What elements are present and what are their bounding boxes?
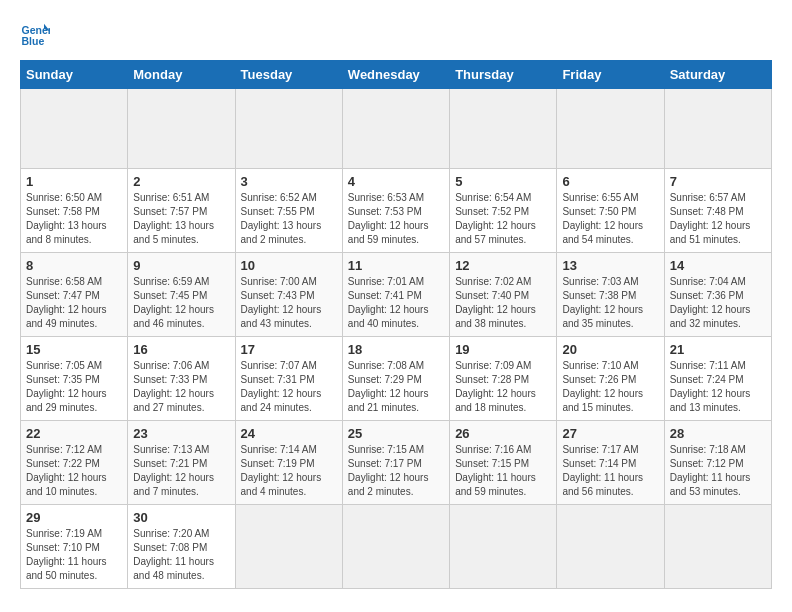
day-info: Sunrise: 7:01 AMSunset: 7:41 PMDaylight:… — [348, 276, 429, 329]
svg-text:Blue: Blue — [22, 35, 45, 47]
day-number: 30 — [133, 510, 229, 525]
day-info: Sunrise: 7:19 AMSunset: 7:10 PMDaylight:… — [26, 528, 107, 581]
header-row: SundayMondayTuesdayWednesdayThursdayFrid… — [21, 61, 772, 89]
day-number: 9 — [133, 258, 229, 273]
day-cell: 28Sunrise: 7:18 AMSunset: 7:12 PMDayligh… — [664, 421, 771, 505]
day-info: Sunrise: 6:50 AMSunset: 7:58 PMDaylight:… — [26, 192, 107, 245]
day-info: Sunrise: 7:00 AMSunset: 7:43 PMDaylight:… — [241, 276, 322, 329]
week-row-1 — [21, 89, 772, 169]
col-header-friday: Friday — [557, 61, 664, 89]
day-number: 11 — [348, 258, 444, 273]
day-cell — [450, 89, 557, 169]
day-number: 4 — [348, 174, 444, 189]
day-info: Sunrise: 7:16 AMSunset: 7:15 PMDaylight:… — [455, 444, 536, 497]
day-cell: 16Sunrise: 7:06 AMSunset: 7:33 PMDayligh… — [128, 337, 235, 421]
day-number: 27 — [562, 426, 658, 441]
day-number: 15 — [26, 342, 122, 357]
day-number: 29 — [26, 510, 122, 525]
logo: General Blue — [20, 20, 54, 50]
day-number: 24 — [241, 426, 337, 441]
week-row-6: 29Sunrise: 7:19 AMSunset: 7:10 PMDayligh… — [21, 505, 772, 589]
day-cell — [664, 505, 771, 589]
col-header-sunday: Sunday — [21, 61, 128, 89]
day-number: 16 — [133, 342, 229, 357]
day-number: 21 — [670, 342, 766, 357]
day-number: 5 — [455, 174, 551, 189]
col-header-tuesday: Tuesday — [235, 61, 342, 89]
day-cell: 27Sunrise: 7:17 AMSunset: 7:14 PMDayligh… — [557, 421, 664, 505]
day-info: Sunrise: 7:10 AMSunset: 7:26 PMDaylight:… — [562, 360, 643, 413]
day-cell: 29Sunrise: 7:19 AMSunset: 7:10 PMDayligh… — [21, 505, 128, 589]
calendar-table: SundayMondayTuesdayWednesdayThursdayFrid… — [20, 60, 772, 589]
day-info: Sunrise: 7:20 AMSunset: 7:08 PMDaylight:… — [133, 528, 214, 581]
day-cell: 17Sunrise: 7:07 AMSunset: 7:31 PMDayligh… — [235, 337, 342, 421]
day-number: 17 — [241, 342, 337, 357]
day-info: Sunrise: 7:02 AMSunset: 7:40 PMDaylight:… — [455, 276, 536, 329]
day-cell: 26Sunrise: 7:16 AMSunset: 7:15 PMDayligh… — [450, 421, 557, 505]
day-info: Sunrise: 6:54 AMSunset: 7:52 PMDaylight:… — [455, 192, 536, 245]
day-number: 13 — [562, 258, 658, 273]
day-info: Sunrise: 7:18 AMSunset: 7:12 PMDaylight:… — [670, 444, 751, 497]
day-cell — [128, 89, 235, 169]
day-info: Sunrise: 7:17 AMSunset: 7:14 PMDaylight:… — [562, 444, 643, 497]
day-info: Sunrise: 6:57 AMSunset: 7:48 PMDaylight:… — [670, 192, 751, 245]
day-info: Sunrise: 7:13 AMSunset: 7:21 PMDaylight:… — [133, 444, 214, 497]
day-cell: 15Sunrise: 7:05 AMSunset: 7:35 PMDayligh… — [21, 337, 128, 421]
day-cell: 8Sunrise: 6:58 AMSunset: 7:47 PMDaylight… — [21, 253, 128, 337]
day-number: 8 — [26, 258, 122, 273]
col-header-wednesday: Wednesday — [342, 61, 449, 89]
day-info: Sunrise: 7:12 AMSunset: 7:22 PMDaylight:… — [26, 444, 107, 497]
day-number: 6 — [562, 174, 658, 189]
day-cell: 9Sunrise: 6:59 AMSunset: 7:45 PMDaylight… — [128, 253, 235, 337]
day-cell: 20Sunrise: 7:10 AMSunset: 7:26 PMDayligh… — [557, 337, 664, 421]
day-number: 7 — [670, 174, 766, 189]
col-header-thursday: Thursday — [450, 61, 557, 89]
day-number: 3 — [241, 174, 337, 189]
day-cell: 12Sunrise: 7:02 AMSunset: 7:40 PMDayligh… — [450, 253, 557, 337]
day-cell: 7Sunrise: 6:57 AMSunset: 7:48 PMDaylight… — [664, 169, 771, 253]
day-info: Sunrise: 6:55 AMSunset: 7:50 PMDaylight:… — [562, 192, 643, 245]
day-info: Sunrise: 7:15 AMSunset: 7:17 PMDaylight:… — [348, 444, 429, 497]
day-cell: 22Sunrise: 7:12 AMSunset: 7:22 PMDayligh… — [21, 421, 128, 505]
day-info: Sunrise: 6:51 AMSunset: 7:57 PMDaylight:… — [133, 192, 214, 245]
day-number: 20 — [562, 342, 658, 357]
col-header-monday: Monday — [128, 61, 235, 89]
day-cell: 11Sunrise: 7:01 AMSunset: 7:41 PMDayligh… — [342, 253, 449, 337]
week-row-4: 15Sunrise: 7:05 AMSunset: 7:35 PMDayligh… — [21, 337, 772, 421]
day-cell: 5Sunrise: 6:54 AMSunset: 7:52 PMDaylight… — [450, 169, 557, 253]
day-cell: 4Sunrise: 6:53 AMSunset: 7:53 PMDaylight… — [342, 169, 449, 253]
col-header-saturday: Saturday — [664, 61, 771, 89]
day-cell: 10Sunrise: 7:00 AMSunset: 7:43 PMDayligh… — [235, 253, 342, 337]
day-number: 22 — [26, 426, 122, 441]
day-cell: 25Sunrise: 7:15 AMSunset: 7:17 PMDayligh… — [342, 421, 449, 505]
week-row-3: 8Sunrise: 6:58 AMSunset: 7:47 PMDaylight… — [21, 253, 772, 337]
day-number: 14 — [670, 258, 766, 273]
day-number: 2 — [133, 174, 229, 189]
day-cell: 6Sunrise: 6:55 AMSunset: 7:50 PMDaylight… — [557, 169, 664, 253]
week-row-5: 22Sunrise: 7:12 AMSunset: 7:22 PMDayligh… — [21, 421, 772, 505]
day-info: Sunrise: 6:58 AMSunset: 7:47 PMDaylight:… — [26, 276, 107, 329]
day-info: Sunrise: 6:53 AMSunset: 7:53 PMDaylight:… — [348, 192, 429, 245]
day-number: 19 — [455, 342, 551, 357]
day-number: 26 — [455, 426, 551, 441]
day-info: Sunrise: 7:06 AMSunset: 7:33 PMDaylight:… — [133, 360, 214, 413]
day-number: 18 — [348, 342, 444, 357]
day-number: 23 — [133, 426, 229, 441]
day-cell — [557, 505, 664, 589]
day-cell — [342, 89, 449, 169]
day-cell: 23Sunrise: 7:13 AMSunset: 7:21 PMDayligh… — [128, 421, 235, 505]
day-number: 25 — [348, 426, 444, 441]
day-info: Sunrise: 7:05 AMSunset: 7:35 PMDaylight:… — [26, 360, 107, 413]
day-cell — [235, 89, 342, 169]
day-cell: 30Sunrise: 7:20 AMSunset: 7:08 PMDayligh… — [128, 505, 235, 589]
day-cell: 21Sunrise: 7:11 AMSunset: 7:24 PMDayligh… — [664, 337, 771, 421]
day-info: Sunrise: 7:09 AMSunset: 7:28 PMDaylight:… — [455, 360, 536, 413]
day-cell: 18Sunrise: 7:08 AMSunset: 7:29 PMDayligh… — [342, 337, 449, 421]
day-info: Sunrise: 6:59 AMSunset: 7:45 PMDaylight:… — [133, 276, 214, 329]
day-number: 1 — [26, 174, 122, 189]
day-cell: 14Sunrise: 7:04 AMSunset: 7:36 PMDayligh… — [664, 253, 771, 337]
day-info: Sunrise: 7:03 AMSunset: 7:38 PMDaylight:… — [562, 276, 643, 329]
day-info: Sunrise: 7:14 AMSunset: 7:19 PMDaylight:… — [241, 444, 322, 497]
day-cell — [21, 89, 128, 169]
day-cell — [450, 505, 557, 589]
